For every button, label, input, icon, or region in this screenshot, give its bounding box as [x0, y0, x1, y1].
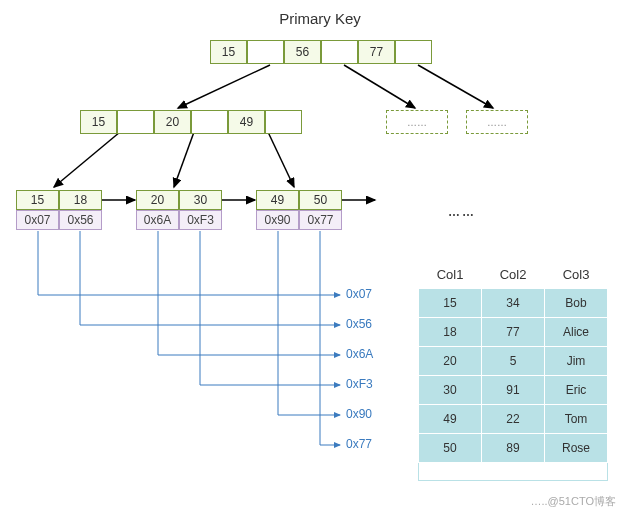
leaf-key: 30: [179, 190, 222, 210]
internal-cell-empty: [191, 110, 228, 134]
svg-line-2: [418, 65, 493, 108]
table-header: Col2: [482, 261, 545, 289]
leaf-ptr: 0x6A: [136, 210, 179, 230]
internal-cell: 15: [80, 110, 117, 134]
svg-line-4: [174, 132, 194, 187]
pointer-label: 0xF3: [346, 377, 373, 391]
root-node: 15 56 77: [210, 40, 432, 64]
internal-cell-empty: [117, 110, 154, 134]
internal-placeholder: ……: [466, 110, 528, 134]
svg-line-5: [268, 132, 294, 187]
table-header: Col3: [545, 261, 608, 289]
svg-line-0: [178, 65, 270, 108]
leaf-key: 49: [256, 190, 299, 210]
svg-line-3: [54, 132, 120, 187]
table-footer: [419, 463, 608, 481]
root-cell: 56: [284, 40, 321, 64]
leaf-key: 50: [299, 190, 342, 210]
leaf-key: 18: [59, 190, 102, 210]
leaf-ptr: 0x56: [59, 210, 102, 230]
leaf-ellipsis: ……: [448, 205, 476, 219]
internal-cell-empty: [265, 110, 302, 134]
internal-cell: 49: [228, 110, 265, 134]
pointer-label: 0x07: [346, 287, 372, 301]
leaf-node: 20 30 0x6A 0xF3: [136, 190, 222, 230]
leaf-key: 15: [16, 190, 59, 210]
root-cell-empty: [247, 40, 284, 64]
svg-line-1: [344, 65, 415, 108]
root-cell: 77: [358, 40, 395, 64]
pointer-label: 0x56: [346, 317, 372, 331]
data-table: Col1 Col2 Col3 1534Bob 1877Alice 205Jim …: [418, 261, 608, 481]
table-row: 4922Tom: [419, 405, 608, 434]
root-cell-empty: [321, 40, 358, 64]
pointer-label: 0x6A: [346, 347, 373, 361]
root-cell-empty: [395, 40, 432, 64]
pointer-label: 0x90: [346, 407, 372, 421]
table-row: 1534Bob: [419, 289, 608, 318]
leaf-ptr: 0xF3: [179, 210, 222, 230]
root-cell: 15: [210, 40, 247, 64]
leaf-ptr: 0x77: [299, 210, 342, 230]
internal-cell: 20: [154, 110, 191, 134]
table-row: 1877Alice: [419, 318, 608, 347]
pointer-label: 0x77: [346, 437, 372, 451]
table-row: 5089Rose: [419, 434, 608, 463]
leaf-node: 49 50 0x90 0x77: [256, 190, 342, 230]
internal-placeholder: ……: [386, 110, 448, 134]
watermark: …..@51CTO博客: [530, 494, 616, 509]
leaf-ptr: 0x90: [256, 210, 299, 230]
table-row: 3091Eric: [419, 376, 608, 405]
leaf-ptr: 0x07: [16, 210, 59, 230]
leaf-node: 15 18 0x07 0x56: [16, 190, 102, 230]
internal-node: 15 20 49: [80, 110, 302, 134]
diagram-title: Primary Key: [0, 10, 640, 27]
table-header: Col1: [419, 261, 482, 289]
leaf-key: 20: [136, 190, 179, 210]
table-row: 205Jim: [419, 347, 608, 376]
